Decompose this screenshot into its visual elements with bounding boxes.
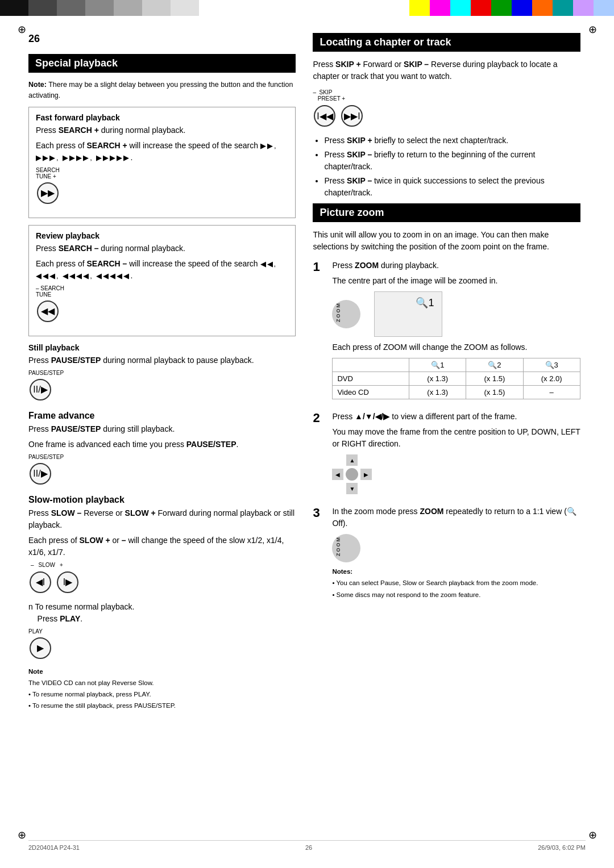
- fast-forward-text2: Each press of SEARCH + will increase the…: [36, 140, 288, 164]
- pause-step-label-still: PAUSE/STEP: [28, 370, 296, 376]
- zoom-image-box: 🔍1: [374, 291, 442, 337]
- slow-motion-text2: Each press of SLOW + or – will change th…: [28, 535, 296, 558]
- slow-minus-label: –: [31, 562, 34, 568]
- pause-step-button-frame: II/▶: [30, 463, 51, 485]
- fast-forward-header: Fast forward playback: [36, 113, 288, 122]
- locating-intro: Press SKIP + Forward or SKIP – Reverse d…: [313, 59, 580, 82]
- zoom-table: 🔍1 🔍2 🔍3 DVD (x 1.3) (x 1.5) (x 2.0) Vid…: [332, 358, 580, 399]
- footer-center: 26: [305, 844, 312, 851]
- slow-motion-btn-container: – SLOW + ◀I I▶: [28, 562, 296, 595]
- locating-header: Locating a chapter or track: [313, 33, 580, 52]
- slow-motion-section: Slow-motion playback Press SLOW – Revers…: [28, 495, 296, 711]
- zoom-circle-icon-3: ZOOM: [332, 534, 360, 562]
- skip-prev-button: I◀◀: [314, 105, 335, 127]
- play-label: PLAY: [28, 628, 296, 635]
- step3-text1: In the zoom mode press ZOOM repeatedly t…: [332, 506, 580, 529]
- zoom-notes: Notes: • You can select Pause, Slow or S…: [332, 567, 580, 600]
- review-playback-header: Review playback: [36, 231, 288, 240]
- step-1-content: Press ZOOM during playback. The centre p…: [332, 260, 580, 404]
- pause-step-button-still: II/▶: [30, 379, 51, 400]
- still-playback-btn-container: PAUSE/STEP II/▶: [28, 370, 296, 403]
- slow-plus-label: +: [60, 562, 63, 568]
- color-green: [491, 0, 512, 16]
- zoom-step-3: 3 In the zoom mode press ZOOM repeatedly…: [313, 506, 580, 602]
- slow-note3: • To resume the still playback, press PA…: [28, 701, 296, 711]
- still-playback-header: Still playback: [28, 343, 296, 352]
- fast-forward-button-icon: ▶▶: [37, 182, 59, 204]
- top-bar-right: [307, 0, 614, 16]
- search-tune-plus-label: SEARCHTUNE +: [36, 167, 288, 180]
- zoom-each-text: Each press of ZOOM will change the ZOOM …: [332, 341, 580, 353]
- slow-reverse-button: ◀I: [30, 571, 51, 593]
- reg-mark-bottom-left: ⊕: [17, 831, 26, 840]
- slow-label-row: – SLOW +: [31, 562, 296, 568]
- zoom-step-1: 1 Press ZOOM during playback. The centre…: [313, 260, 580, 404]
- dpad-icon: ▲ ◀ ▶ ▼: [332, 454, 372, 494]
- footer-left: 2D20401A P24-31: [28, 844, 80, 851]
- zoom-note1: • You can select Pause, Slow or Search p…: [332, 578, 580, 588]
- color-gray3: [114, 0, 142, 16]
- zoom-table-q1-header: 🔍1: [409, 358, 466, 372]
- color-lavender: [573, 0, 594, 16]
- fast-forward-text1: Press SEARCH + during normal playback.: [36, 124, 288, 136]
- skip-bullets: Press SKIP + briefly to select the next …: [313, 135, 580, 199]
- step-3-number: 3: [313, 506, 326, 602]
- step1-text2: The centre part of the image will be zoo…: [332, 275, 580, 287]
- still-playback-section: Still playback Press PAUSE/STEP during n…: [28, 343, 296, 403]
- pause-step-label-frame: PAUSE/STEP: [28, 454, 296, 460]
- special-playback-note: Note: There may be a slight delay betwee…: [28, 80, 296, 101]
- resume-normal-text: n To resume normal playback. Press PLAY.: [28, 601, 296, 625]
- page-number: 26: [28, 33, 296, 45]
- review-btn-container: – SEARCHTUNE ◀◀: [36, 285, 288, 324]
- step-2-number: 2: [313, 411, 326, 499]
- still-playback-text: Press PAUSE/STEP during normal playback …: [28, 354, 296, 366]
- zoom-table-dvd-q3: (x 2.0): [523, 372, 580, 386]
- slow-note1: The VIDEO CD can not play Reverse Slow.: [28, 678, 296, 688]
- top-color-bar: [0, 0, 614, 16]
- zoom-table-vcd: Video CD: [333, 386, 409, 399]
- color-cyan: [450, 0, 471, 16]
- dpad-right: ▶: [360, 469, 372, 480]
- dpad-left: ◀: [332, 469, 343, 480]
- color-gray2: [85, 0, 114, 16]
- color-dark-gray: [28, 0, 57, 16]
- picture-zoom-header: Picture zoom: [313, 203, 580, 222]
- zoom-table-dvd-q1: (x 1.3): [409, 372, 466, 386]
- skip-next-button: ▶▶I: [341, 105, 363, 127]
- play-btn-container: PLAY ▶: [28, 628, 296, 661]
- dpad-down: ▼: [346, 483, 358, 494]
- step-1-number: 1: [313, 260, 326, 404]
- special-playback-header: Special playback: [28, 54, 296, 73]
- skip-bullet-1: Press SKIP + briefly to select the next …: [324, 135, 580, 147]
- left-column: 26 Special playback Note: There may be a…: [28, 33, 296, 719]
- color-light-gray: [171, 0, 199, 16]
- frame-advance-btn-container: PAUSE/STEP II/▶: [28, 454, 296, 487]
- step3-zoom-circle: ZOOM: [332, 534, 580, 562]
- zoom-table-vcd-q2: (x 1.5): [466, 386, 523, 399]
- step2-text2: You may move the frame from the centre p…: [332, 426, 580, 450]
- step2-text1: Press ▲/▼/◀/▶ to view a different part o…: [332, 411, 580, 423]
- frame-advance-section: Frame advance Press PAUSE/STEP during st…: [28, 411, 296, 487]
- step-2-content: Press ▲/▼/◀/▶ to view a different part o…: [332, 411, 580, 499]
- skip-btn-row: I◀◀ ▶▶I: [313, 103, 580, 129]
- step1-text1: Press ZOOM during playback.: [332, 260, 580, 272]
- zoom-circle-icon: ZOOM: [332, 300, 360, 328]
- slow-btn-row: ◀I I▶: [28, 569, 296, 595]
- fast-forward-box: Fast forward playback Press SEARCH + dur…: [28, 107, 296, 218]
- zoom-table-dvd-q2: (x 1.5): [466, 372, 523, 386]
- q1-label: 🔍1: [416, 297, 434, 309]
- slow-word-label: SLOW: [39, 562, 55, 568]
- skip-bullet-3: Press SKIP – twice in quick successions …: [324, 175, 580, 199]
- main-content: 26 Special playback Note: There may be a…: [0, 22, 614, 731]
- zoom-text: ZOOM: [335, 302, 341, 322]
- zoom-table-dvd: DVD: [333, 372, 409, 386]
- step-3-content: In the zoom mode press ZOOM repeatedly t…: [332, 506, 580, 602]
- right-column: Locating a chapter or track Press SKIP +…: [313, 33, 580, 719]
- review-playback-box: Review playback Press SEARCH – during no…: [28, 225, 296, 336]
- color-blue: [512, 0, 532, 16]
- color-red: [471, 0, 491, 16]
- search-tune-minus-label: – SEARCHTUNE: [36, 285, 288, 298]
- color-black: [0, 0, 28, 16]
- fast-forward-btn-container: SEARCHTUNE + ▶▶: [36, 167, 288, 206]
- skip-bullet-2: Press SKIP – briefly to return to the be…: [324, 149, 580, 173]
